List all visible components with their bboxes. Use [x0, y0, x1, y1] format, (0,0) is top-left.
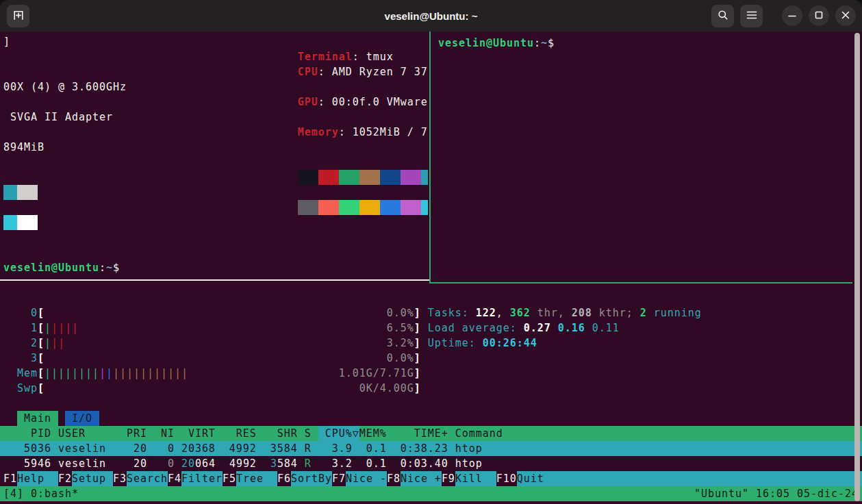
fkey-label-help[interactable]: Help	[17, 471, 58, 486]
htop-cpu3-meter: 3[ 0.0%]	[0, 351, 862, 366]
text-segment: |	[106, 366, 113, 381]
fkey-f10[interactable]: F10	[496, 471, 517, 486]
text-segment: 0.11	[592, 320, 620, 336]
text-segment: 0.0%	[387, 305, 414, 320]
text-segment: CPU	[298, 64, 318, 79]
htop-cpu1-meter: 1[||||| 6.5%] Load average: 0.27 0.16 0.…	[0, 320, 862, 336]
maximize-button[interactable]	[809, 5, 829, 26]
text-segment: 20	[181, 456, 195, 471]
fkey-f5[interactable]: F5	[223, 471, 236, 486]
text-segment	[585, 320, 592, 336]
text-segment	[3, 49, 298, 64]
text-segment: : tmux	[353, 49, 394, 64]
text-segment	[45, 305, 387, 320]
text-segment: 1.01G/7.71G	[339, 366, 414, 381]
text-segment: 0.16	[558, 320, 585, 336]
fkey-label-quit[interactable]: Quit	[517, 471, 544, 486]
text-segment: Mem	[17, 366, 38, 381]
scrollbar-thumb[interactable]	[854, 33, 860, 501]
text-segment: kthr;	[592, 305, 640, 320]
text-segment: 0.0%	[387, 351, 414, 366]
text-segment: |	[45, 320, 51, 336]
fkey-label-search[interactable]: Search	[127, 471, 168, 486]
text-segment: Load average:	[428, 320, 524, 336]
text-segment: 5946 veselin 20	[3, 456, 147, 471]
fkey-f9[interactable]: F9	[442, 471, 455, 486]
text-segment: 3.2%	[387, 336, 414, 351]
text-segment: I/O	[65, 411, 99, 426]
fkey-bar-fill	[544, 471, 862, 486]
palette-left-normal	[0, 185, 862, 200]
fkey-label-setup[interactable]: Setup	[72, 471, 113, 486]
fkey-label-nice-[interactable]: Nice -	[346, 471, 387, 486]
fkey-f2[interactable]: F2	[58, 471, 72, 486]
pane-divider-horizontal-right[interactable]	[429, 282, 852, 284]
htop-mem-meter: Mem[||||||||||||||||||||| 1.01G/7.71G]	[0, 366, 862, 381]
tmux-window-list[interactable]: [4] 0:bash*	[3, 486, 79, 501]
text-segment: [	[38, 336, 45, 351]
terminal-window: veselin@Ubuntu: ~ ] Te	[0, 0, 862, 504]
text-segment: [	[38, 381, 45, 396]
terminal-lines: ] Terminal: tmux CPU: AMD Ryzen 7 3700X …	[0, 32, 862, 471]
text-segment: ]	[414, 320, 421, 336]
text-segment: ]	[414, 381, 421, 396]
htop-cpu0-meter: 0[ 0.0%] Tasks: 122, 362 thr, 208 kthr; …	[0, 305, 862, 320]
text-segment: :	[99, 260, 106, 275]
left-pane-memory-leftover: 894MiB	[0, 140, 862, 155]
fkey-label-tree[interactable]: Tree	[236, 471, 277, 486]
text-segment: $	[113, 260, 120, 275]
text-segment: 894MiB	[3, 140, 45, 155]
fkey-f1[interactable]: F1	[3, 471, 17, 486]
neofetch-terminal-line: Terminal: tmux	[0, 49, 862, 64]
search-button[interactable]	[711, 5, 734, 27]
color-block	[421, 200, 428, 215]
prompt-dollar: $	[548, 37, 555, 49]
text-segment: [	[38, 305, 45, 320]
fkey-label-kill[interactable]: Kill	[455, 471, 496, 486]
color-block	[359, 200, 380, 215]
palette-row-normal	[0, 170, 862, 185]
fkey-f3[interactable]: F3	[113, 471, 127, 486]
fkey-label-sortby[interactable]: SortBy	[291, 471, 332, 486]
text-segment: : AMD Ryzen 7 37	[318, 64, 428, 79]
text-segment	[3, 351, 31, 366]
text-segment: Uptime:	[428, 336, 483, 351]
text-segment: 122	[476, 305, 496, 320]
text-segment: ]	[414, 366, 421, 381]
fkey-f7[interactable]: F7	[332, 471, 346, 486]
text-segment: ]	[414, 336, 421, 351]
text-segment: R	[305, 456, 312, 471]
text-segment	[3, 336, 31, 351]
text-segment: 064 4992	[195, 456, 270, 471]
tmux-status-right: "Ubuntu" 16:05 05-dic-24	[694, 486, 859, 501]
text-segment	[421, 320, 428, 336]
text-segment: ||||||||	[45, 366, 99, 381]
fkey-label-nice-[interactable]: Nice +	[401, 471, 442, 486]
text-segment: 3	[270, 456, 277, 471]
text-segment: 0K/4.00G	[359, 381, 414, 396]
palette-left-bright	[0, 215, 862, 230]
fkey-f4[interactable]: F4	[168, 471, 181, 486]
fkey-f8[interactable]: F8	[387, 471, 401, 486]
fkey-f6[interactable]: F6	[277, 471, 291, 486]
menu-button[interactable]	[740, 5, 763, 27]
text-segment: |||||||||||	[113, 366, 188, 381]
close-button[interactable]	[835, 5, 856, 26]
text-segment: ]	[414, 305, 421, 320]
text-segment: 5036 veselin 20 0 20368 4992 3584 R 3.9 …	[3, 441, 483, 456]
left-pane-leftover-bracket: ]	[0, 34, 862, 49]
text-segment: ~	[106, 260, 113, 275]
text-segment	[65, 336, 387, 351]
pane-divider-vertical[interactable]	[429, 32, 431, 284]
minimize-button[interactable]	[782, 5, 802, 26]
color-block	[421, 170, 428, 185]
pane-divider-horizontal-left[interactable]	[0, 279, 429, 281]
fkey-label-filter[interactable]: Filter	[181, 471, 223, 486]
text-segment: running	[647, 305, 702, 320]
text-segment: CPU%▽	[318, 426, 359, 441]
new-tab-button[interactable]	[7, 5, 29, 27]
text-segment: 2	[31, 336, 38, 351]
text-segment	[3, 411, 17, 426]
color-block	[401, 170, 421, 185]
blank	[0, 230, 862, 245]
